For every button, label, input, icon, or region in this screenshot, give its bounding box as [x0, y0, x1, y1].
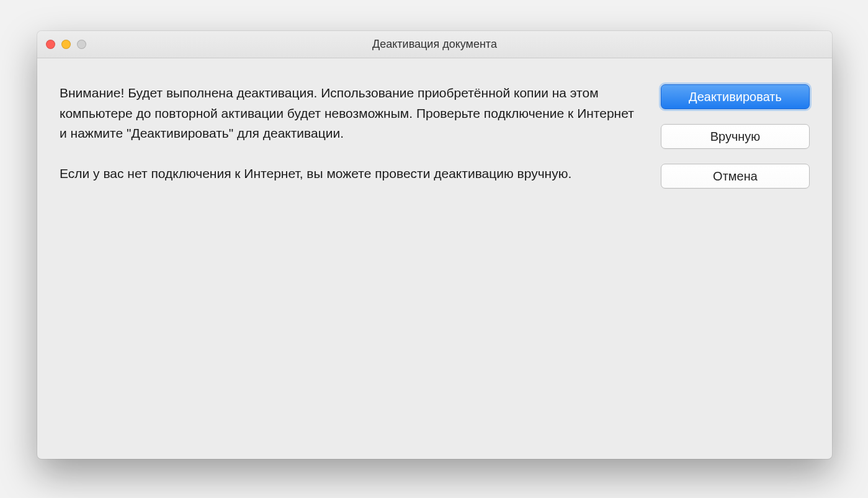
desktop: Деактивация документа Внимание! Будет вы…: [0, 0, 868, 498]
minimize-icon[interactable]: [61, 40, 71, 49]
dialog-message: Внимание! Будет выполнена деактивация. И…: [60, 83, 643, 437]
dialog-window: Деактивация документа Внимание! Будет вы…: [37, 31, 832, 459]
close-icon[interactable]: [46, 40, 55, 49]
window-title: Деактивация документа: [372, 38, 497, 51]
zoom-icon[interactable]: [77, 40, 86, 49]
cancel-button[interactable]: Отмена: [661, 164, 810, 189]
dialog-actions: Деактивировать Вручную Отмена: [661, 84, 810, 437]
traffic-lights: [46, 31, 86, 58]
deactivate-button[interactable]: Деактивировать: [661, 84, 810, 109]
manual-button[interactable]: Вручную: [661, 124, 810, 149]
titlebar[interactable]: Деактивация документа: [37, 31, 832, 58]
dialog-content: Внимание! Будет выполнена деактивация. И…: [37, 58, 832, 459]
